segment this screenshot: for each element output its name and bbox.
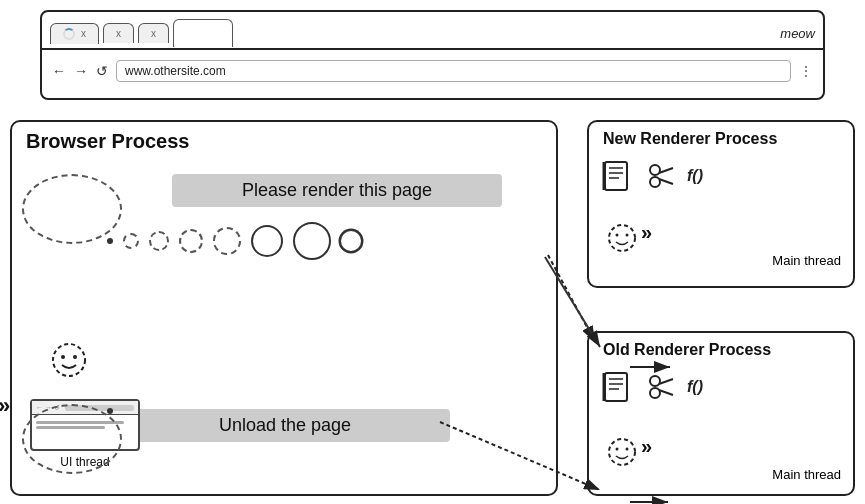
browser-chrome: x x x meow ← → ↺ www.othersite.com ⋮ — [40, 10, 825, 100]
dot-trigger-bottom — [107, 408, 113, 414]
dot-5 — [251, 225, 283, 257]
tab-close-2[interactable]: x — [116, 28, 121, 39]
svg-point-25 — [616, 448, 619, 451]
nav-reload-button[interactable]: ↺ — [96, 63, 108, 79]
old-main-thread-label: Main thread — [772, 467, 841, 482]
dot-endpoint — [341, 231, 361, 251]
chevron-icon-left: » — [0, 393, 10, 418]
loading-spinner — [63, 28, 75, 40]
svg-line-11 — [659, 179, 673, 184]
svg-point-20 — [650, 376, 660, 386]
dots-row — [107, 222, 361, 260]
browser-process-title: Browser Process — [12, 122, 556, 161]
browser-tab-3[interactable]: x — [138, 23, 169, 43]
nav-forward-button[interactable]: → — [74, 63, 88, 79]
new-renderer-title: New Renderer Process — [589, 122, 853, 156]
old-renderer-arrow-area: » — [641, 435, 652, 458]
browser-tab-2[interactable]: x — [103, 23, 134, 43]
old-function-label: f() — [687, 378, 703, 396]
old-renderer-chevrons: » — [641, 435, 652, 457]
renderer-chevrons: » — [641, 221, 652, 244]
diagram-area: Browser Process Please render this page … — [0, 112, 865, 504]
tab-close-3[interactable]: x — [151, 28, 156, 39]
browser-tab-1[interactable]: x — [50, 23, 99, 44]
tool-icon — [645, 160, 677, 192]
browser-brand-label: meow — [780, 26, 815, 41]
url-bar[interactable]: www.othersite.com — [116, 60, 791, 82]
svg-point-8 — [650, 165, 660, 175]
svg-point-9 — [650, 177, 660, 187]
svg-line-10 — [659, 168, 673, 173]
svg-point-21 — [650, 388, 660, 398]
renderer-smiley — [604, 220, 640, 256]
new-main-thread-label: Main thread — [772, 253, 841, 268]
old-tool-icon — [645, 371, 677, 403]
svg-point-24 — [609, 439, 635, 465]
dots-row-bottom — [107, 408, 113, 414]
svg-point-1 — [61, 355, 65, 359]
unload-message-bubble: Unload the page — [120, 409, 450, 442]
function-label: f() — [687, 167, 703, 185]
svg-point-13 — [616, 234, 619, 237]
browser-tab-bar: x x x meow — [42, 12, 823, 50]
old-renderer-title: Old Renderer Process — [589, 333, 853, 367]
url-text: www.othersite.com — [125, 64, 226, 78]
nav-back-button[interactable]: ← — [52, 63, 66, 79]
new-renderer-content: f() — [599, 158, 703, 194]
svg-point-2 — [73, 355, 77, 359]
svg-rect-3 — [605, 162, 627, 190]
nav-more-button[interactable]: ⋮ — [799, 63, 813, 79]
old-notebook-icon — [599, 369, 635, 405]
new-renderer-box: New Renderer Process f() — [587, 120, 855, 288]
unload-message-text: Unload the page — [219, 415, 351, 435]
notebook-icon — [599, 158, 635, 194]
svg-line-22 — [659, 379, 673, 384]
svg-point-0 — [53, 344, 85, 376]
renderer-arrow-area: » — [641, 221, 652, 244]
svg-line-23 — [659, 390, 673, 395]
left-chevrons: » — [0, 393, 10, 419]
browser-process-box: Browser Process Please render this page … — [10, 120, 558, 496]
browser-nav-bar: ← → ↺ www.othersite.com ⋮ — [42, 50, 823, 92]
dot-3 — [179, 229, 203, 253]
dot-6 — [293, 222, 331, 260]
dot-trigger-top — [107, 238, 113, 244]
svg-point-14 — [626, 234, 629, 237]
tab-close-1[interactable]: x — [81, 28, 86, 39]
smiley-face — [48, 339, 90, 381]
old-renderer-box: Old Renderer Process f() — [587, 331, 855, 496]
svg-point-26 — [626, 448, 629, 451]
svg-rect-15 — [605, 373, 627, 401]
render-message-text: Please render this page — [242, 180, 432, 200]
old-renderer-content: f() — [599, 369, 703, 405]
svg-point-12 — [609, 225, 635, 251]
old-renderer-smiley — [604, 434, 640, 470]
oval-loop-bottom — [22, 404, 122, 474]
dot-1 — [123, 233, 139, 249]
dot-2 — [149, 231, 169, 251]
render-message-bubble: Please render this page — [172, 174, 502, 207]
dot-4 — [213, 227, 241, 255]
